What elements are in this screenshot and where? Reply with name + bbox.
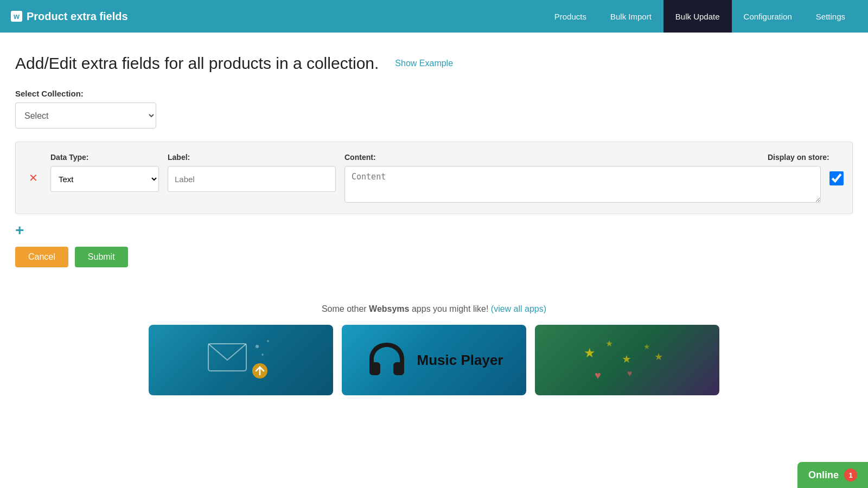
app-card-music-player[interactable]: Music Player bbox=[342, 325, 526, 395]
music-player-label: Music Player bbox=[417, 352, 503, 369]
select-collection-label: Select Collection: bbox=[15, 89, 853, 98]
nav-products[interactable]: Products bbox=[542, 0, 598, 33]
nav-settings[interactable]: Settings bbox=[804, 0, 857, 33]
logo-w-icon: w bbox=[11, 11, 22, 22]
page-heading: Add/Edit extra fields for all products i… bbox=[15, 54, 853, 73]
add-field-button[interactable]: + bbox=[15, 223, 24, 238]
delete-field-button[interactable]: ✕ bbox=[24, 171, 42, 184]
app3-decoration: ★ ★ ★ ★ ★ ♥ ♥ bbox=[535, 325, 719, 395]
svg-text:★: ★ bbox=[654, 351, 663, 362]
headphones-icon bbox=[365, 338, 409, 382]
submit-button[interactable]: Submit bbox=[75, 247, 128, 267]
svg-text:★: ★ bbox=[605, 339, 613, 348]
svg-text:♥: ♥ bbox=[595, 369, 601, 381]
nav-configuration[interactable]: Configuration bbox=[732, 0, 804, 33]
apps-section: Some other Websyms apps you might like! … bbox=[15, 293, 853, 395]
col-header-content: Content: bbox=[344, 153, 759, 162]
app-cards: Music Player ★ ★ ★ ★ ★ ♥ ♥ bbox=[15, 325, 853, 395]
display-checkbox[interactable] bbox=[829, 171, 844, 185]
svg-text:♥: ♥ bbox=[627, 369, 633, 378]
svg-text:★: ★ bbox=[622, 353, 631, 365]
action-buttons: Cancel Submit bbox=[15, 247, 853, 267]
main-nav: Products Bulk Import Bulk Update Configu… bbox=[542, 0, 857, 33]
cancel-button[interactable]: Cancel bbox=[15, 247, 68, 267]
svg-point-2 bbox=[267, 340, 269, 342]
logo-area: w Product extra fields bbox=[11, 10, 542, 23]
svg-point-3 bbox=[261, 354, 264, 356]
app-card-3[interactable]: ★ ★ ★ ★ ★ ♥ ♥ bbox=[535, 325, 719, 395]
show-example-link[interactable]: Show Example bbox=[395, 59, 453, 68]
col-header-datatype: Data Type: bbox=[50, 153, 159, 162]
fields-container: Data Type: Label: Content: Display on st… bbox=[15, 142, 853, 214]
app-name: Product extra fields bbox=[27, 10, 128, 23]
app-card-1[interactable] bbox=[149, 325, 333, 395]
label-input[interactable] bbox=[168, 166, 336, 192]
content-textarea[interactable] bbox=[344, 166, 821, 203]
col-header-display: Display on store: bbox=[768, 153, 844, 162]
svg-rect-0 bbox=[208, 344, 246, 371]
main-content: Add/Edit extra fields for all products i… bbox=[0, 33, 868, 417]
nav-bulk-import[interactable]: Bulk Import bbox=[598, 0, 663, 33]
svg-text:★: ★ bbox=[584, 345, 596, 360]
app1-decoration bbox=[149, 325, 333, 395]
header: w Product extra fields Products Bulk Imp… bbox=[0, 0, 868, 33]
collection-select[interactable]: Select bbox=[15, 102, 156, 129]
field-headers: Data Type: Label: Content: Display on st… bbox=[24, 153, 844, 162]
nav-bulk-update[interactable]: Bulk Update bbox=[663, 0, 732, 33]
apps-section-text: Some other Websyms apps you might like! … bbox=[15, 304, 853, 314]
svg-text:★: ★ bbox=[643, 342, 650, 351]
page-title: Add/Edit extra fields for all products i… bbox=[15, 54, 379, 73]
field-row: ✕ Text Number Date URL Image bbox=[24, 166, 844, 203]
col-header-label: Label: bbox=[168, 153, 336, 162]
datatype-select[interactable]: Text Number Date URL Image bbox=[50, 166, 159, 192]
view-all-apps-link[interactable]: (view all apps) bbox=[491, 304, 546, 313]
svg-point-1 bbox=[256, 345, 259, 348]
